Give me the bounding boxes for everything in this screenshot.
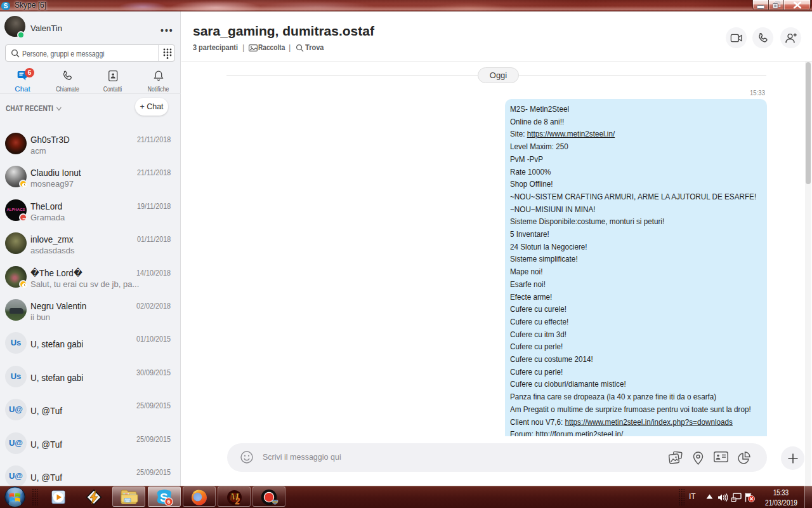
svg-text:6: 6 [167, 498, 171, 505]
svg-text:2: 2 [235, 497, 240, 506]
